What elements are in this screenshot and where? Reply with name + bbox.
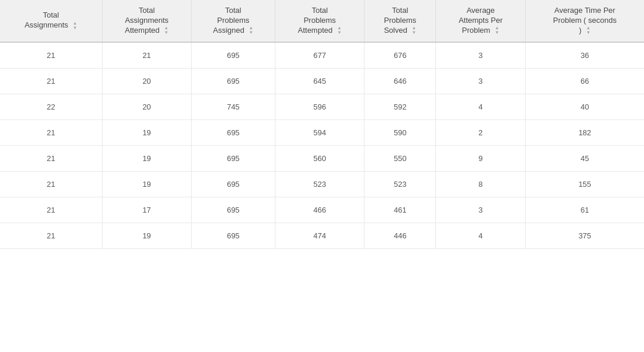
table-cell-total_problems_assigned: 695 — [191, 42, 275, 69]
table-cell-total_problems_attempted: 677 — [275, 42, 364, 69]
table-cell-total_assignments: 21 — [0, 68, 102, 94]
table-cell-total_assignments_attempted: 19 — [102, 119, 191, 145]
table-cell-total_assignments: 21 — [0, 171, 102, 197]
table-cell-total_problems_assigned: 695 — [191, 145, 275, 171]
sort-icon[interactable]: ▲▼ — [249, 26, 254, 35]
col-header-average-time-per-problem[interactable]: Average Time PerProblem ( seconds) ▲▼ — [526, 0, 645, 42]
table-cell-average_attempts_per_problem: 8 — [436, 171, 526, 197]
table-cell-total_problems_solved: 446 — [364, 223, 436, 248]
table-cell-total_problems_attempted: 466 — [275, 197, 364, 223]
table-cell-total_problems_attempted: 560 — [275, 145, 364, 171]
sort-icon[interactable]: ▲▼ — [337, 26, 342, 35]
table-cell-total_problems_solved: 676 — [364, 42, 436, 69]
table-cell-total_problems_solved: 590 — [364, 119, 436, 145]
table-cell-total_problems_assigned: 745 — [191, 94, 275, 119]
table-cell-total_problems_solved: 592 — [364, 94, 436, 119]
table-cell-total_assignments: 21 — [0, 145, 102, 171]
table-cell-total_assignments: 21 — [0, 42, 102, 69]
table-cell-total_problems_attempted: 523 — [275, 171, 364, 197]
col-header-total-problems-assigned[interactable]: TotalProblemsAssigned ▲▼ — [191, 0, 275, 42]
table-cell-average_time_per_problem: 375 — [526, 223, 645, 248]
table-cell-average_attempts_per_problem: 3 — [436, 68, 526, 94]
sort-icon[interactable]: ▲▼ — [73, 21, 77, 30]
sort-icon[interactable]: ▲▼ — [164, 26, 169, 35]
sort-icon[interactable]: ▲▼ — [495, 26, 499, 35]
table-cell-total_assignments_attempted: 19 — [102, 171, 191, 197]
data-table: TotalAssignments ▲▼ TotalAssignmentsAtte… — [0, 0, 644, 249]
col-header-total-problems-attempted[interactable]: TotalProblemsAttempted ▲▼ — [275, 0, 364, 42]
table-cell-total_problems_solved: 550 — [364, 145, 436, 171]
table-header-row: TotalAssignments ▲▼ TotalAssignmentsAtte… — [0, 0, 644, 42]
table-cell-average_attempts_per_problem: 3 — [436, 197, 526, 223]
table-cell-total_problems_attempted: 596 — [275, 94, 364, 119]
data-table-container: TotalAssignments ▲▼ TotalAssignmentsAtte… — [0, 0, 644, 249]
table-cell-total_problems_solved: 646 — [364, 68, 436, 94]
table-cell-average_attempts_per_problem: 4 — [436, 223, 526, 248]
table-cell-average_time_per_problem: 155 — [526, 171, 645, 197]
table-row: 21196954744464375 — [0, 223, 644, 248]
table-row: 2121695677676336 — [0, 42, 644, 69]
col-header-label: TotalProblemsAssigned — [213, 6, 249, 35]
table-cell-total_assignments: 22 — [0, 94, 102, 119]
table-cell-average_attempts_per_problem: 4 — [436, 94, 526, 119]
table-cell-total_problems_assigned: 695 — [191, 197, 275, 223]
table-cell-average_time_per_problem: 40 — [526, 94, 645, 119]
table-cell-total_problems_assigned: 695 — [191, 119, 275, 145]
col-header-total-assignments[interactable]: TotalAssignments ▲▼ — [0, 0, 102, 42]
col-header-label: Average Time PerProblem ( seconds) — [553, 6, 616, 35]
table-cell-total_assignments_attempted: 20 — [102, 68, 191, 94]
table-cell-total_assignments_attempted: 19 — [102, 223, 191, 248]
col-header-label: TotalAssignments — [25, 11, 68, 29]
col-header-total-problems-solved[interactable]: TotalProblemsSolved ▲▼ — [364, 0, 436, 42]
sort-icon[interactable]: ▲▼ — [586, 26, 591, 35]
table-cell-total_assignments_attempted: 19 — [102, 145, 191, 171]
table-row: 21196955945902182 — [0, 119, 644, 145]
table-cell-total_problems_assigned: 695 — [191, 68, 275, 94]
sort-icon[interactable]: ▲▼ — [412, 26, 417, 35]
table-row: 2220745596592440 — [0, 94, 644, 119]
col-header-average-attempts-per-problem[interactable]: AverageAttempts PerProblem ▲▼ — [436, 0, 526, 42]
table-cell-total_assignments_attempted: 20 — [102, 94, 191, 119]
col-header-label: TotalProblemsAttempted — [298, 6, 336, 35]
table-cell-average_time_per_problem: 61 — [526, 197, 645, 223]
table-cell-total_assignments_attempted: 17 — [102, 197, 191, 223]
table-cell-total_problems_assigned: 695 — [191, 171, 275, 197]
table-cell-total_assignments_attempted: 21 — [102, 42, 191, 69]
table-cell-average_attempts_per_problem: 2 — [436, 119, 526, 145]
table-row: 2117695466461361 — [0, 197, 644, 223]
table-row: 2120695645646366 — [0, 68, 644, 94]
table-cell-average_time_per_problem: 182 — [526, 119, 645, 145]
table-cell-total_assignments: 21 — [0, 119, 102, 145]
table-row: 21196955235238155 — [0, 171, 644, 197]
table-cell-total_problems_attempted: 645 — [275, 68, 364, 94]
table-cell-total_problems_attempted: 594 — [275, 119, 364, 145]
table-cell-total_problems_solved: 461 — [364, 197, 436, 223]
table-cell-average_attempts_per_problem: 9 — [436, 145, 526, 171]
table-row: 2119695560550945 — [0, 145, 644, 171]
table-cell-average_time_per_problem: 45 — [526, 145, 645, 171]
col-header-total-assignments-attempted[interactable]: TotalAssignmentsAttempted ▲▼ — [102, 0, 191, 42]
table-cell-average_attempts_per_problem: 3 — [436, 42, 526, 69]
table-cell-average_time_per_problem: 36 — [526, 42, 645, 69]
table-cell-total_problems_attempted: 474 — [275, 223, 364, 248]
table-cell-total_assignments: 21 — [0, 223, 102, 248]
table-cell-total_problems_solved: 523 — [364, 171, 436, 197]
table-cell-total_problems_assigned: 695 — [191, 223, 275, 248]
table-cell-average_time_per_problem: 66 — [526, 68, 645, 94]
table-cell-total_assignments: 21 — [0, 197, 102, 223]
col-header-label: TotalAssignmentsAttempted — [125, 6, 169, 35]
